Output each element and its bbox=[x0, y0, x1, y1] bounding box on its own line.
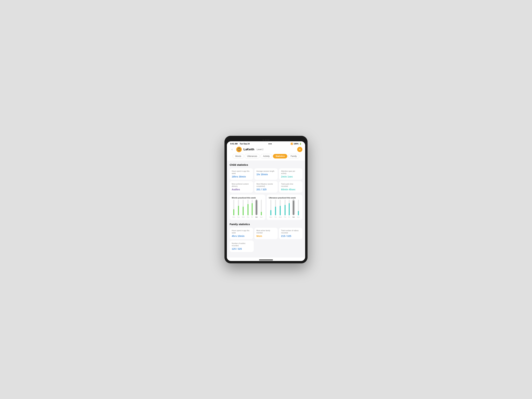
back-button[interactable]: ‹ bbox=[230, 147, 234, 152]
utt-bar-group-mon: Mon bbox=[269, 200, 272, 218]
bar-fill-tue bbox=[238, 206, 239, 215]
utt-bar-fill-sat bbox=[293, 201, 294, 215]
utt-bar-container-fri bbox=[289, 200, 290, 215]
ipad-device: 9:41 AM Tue Sep 24 ●●● 📶 100% 🔋 ‹ 🦁 LaKe… bbox=[224, 136, 308, 263]
utt-bar-fill-thu bbox=[285, 205, 285, 215]
device-top-bezel bbox=[227, 138, 305, 141]
stat-card-hours-app: Hours spent in app this week 18hrs 30min bbox=[230, 168, 253, 180]
stat-label-content: Most prefered content delivery bbox=[232, 183, 251, 187]
main-content: Child statistics Hours spent in app this… bbox=[227, 160, 305, 258]
utt-bar-fill-fri bbox=[289, 203, 290, 215]
camera-dots-group bbox=[265, 139, 269, 141]
utt-bar-group-sun: Sun bbox=[297, 200, 299, 218]
bar-container-mon bbox=[233, 200, 234, 215]
stat-card-avg-session: Average session length 1hr 20min bbox=[254, 168, 278, 180]
bar-container-sat bbox=[255, 200, 258, 215]
child-stats-title: Child statistics bbox=[230, 163, 302, 166]
tab-utterances[interactable]: Utterances bbox=[245, 154, 260, 158]
utt-bar-bg-fri bbox=[289, 200, 290, 215]
stat-value-word-mastery: 201 / 325 bbox=[256, 188, 276, 191]
bar-fill-wed bbox=[243, 207, 244, 215]
family-stats-row-1: Hours spent in app this week 4hrs 10min … bbox=[230, 228, 302, 239]
home-indicator bbox=[227, 258, 305, 261]
utt-bar-bg-wed bbox=[280, 200, 281, 215]
stat-value-hours: 18hrs 30min bbox=[232, 175, 251, 178]
bar-bg-wed bbox=[243, 200, 244, 215]
home-bar bbox=[259, 260, 273, 260]
stat-value-content: Audios bbox=[232, 188, 251, 191]
utt-bar-day-thu: Thu bbox=[284, 216, 286, 218]
family-stat-value-videos: 215 / 325 bbox=[281, 235, 300, 237]
stat-card-content-delivery: Most prefered content delivery Audios bbox=[230, 181, 253, 193]
utt-bar-bg-tue bbox=[275, 200, 276, 215]
stat-label-hours: Hours spent in app this week bbox=[232, 170, 251, 175]
utt-bar-container-sun bbox=[298, 200, 299, 215]
utt-bar-group-sat: Sat bbox=[292, 200, 295, 218]
utt-bar-fill-mon bbox=[270, 210, 271, 215]
utterance-chart-title: Utterance practiced this week bbox=[269, 197, 300, 199]
family-stat-value-hours: 4hrs 10min bbox=[232, 235, 251, 237]
tab-family[interactable]: Family bbox=[288, 154, 299, 158]
family-stats-row-2: Number of audios recorded 125 / 325 bbox=[230, 241, 302, 252]
utt-bar-container-thu bbox=[285, 200, 285, 215]
bar-day-thu: Thu bbox=[247, 216, 249, 218]
bar-container-tue bbox=[238, 200, 239, 215]
stat-value-attention: 2min 1sec bbox=[281, 175, 300, 178]
tab-words[interactable]: Words bbox=[233, 154, 244, 158]
status-right-icons: 📶 100% 🔋 bbox=[291, 143, 302, 145]
utt-bar-day-sat: Sat bbox=[292, 216, 295, 218]
bar-fill-thu bbox=[247, 204, 248, 215]
bar-container-thu bbox=[247, 200, 248, 215]
tab-bar: Words Utterances Activity Statistics Fam… bbox=[227, 154, 305, 160]
utt-bar-container-tue bbox=[275, 200, 276, 215]
bar-group-fri: Fri bbox=[251, 200, 253, 218]
utt-bar-day-sun: Sun bbox=[297, 216, 299, 218]
device-screen: 9:41 AM Tue Sep 24 ●●● 📶 100% 🔋 ‹ 🦁 LaKe… bbox=[227, 141, 305, 261]
bar-container-fri bbox=[252, 200, 253, 215]
battery-icon: 🔋 bbox=[299, 143, 302, 145]
utt-bar-bg-mon bbox=[270, 200, 271, 215]
status-center: ●●● bbox=[268, 143, 272, 145]
bar-day-sat: Sat bbox=[255, 216, 258, 218]
camera-dot bbox=[263, 139, 264, 141]
stat-card-word-mastery: Word Mastery (words completed) 201 / 325 bbox=[254, 181, 278, 193]
bar-bg-tue bbox=[238, 200, 239, 215]
utt-bar-day-mon: Mon bbox=[269, 216, 272, 218]
family-stat-value-member: Mom bbox=[256, 235, 276, 237]
utt-bar-day-fri: Fri bbox=[288, 216, 290, 218]
tab-statistics[interactable]: Statistics bbox=[273, 154, 287, 158]
words-chart-card: Words practiced this week Mon bbox=[230, 195, 265, 220]
family-stat-value-audios: 125 / 325 bbox=[232, 247, 252, 250]
utt-bar-group-fri: Fri bbox=[288, 200, 290, 218]
utterance-chart-area: Mon Tue bbox=[269, 201, 300, 218]
status-time: 9:41 AM Tue Sep 24 bbox=[230, 143, 250, 145]
family-stat-card-audios: Number of audios recorded 125 / 325 bbox=[230, 241, 254, 252]
tab-activity[interactable]: Activity bbox=[260, 154, 272, 158]
bar-fill-fri bbox=[252, 203, 253, 215]
child-stats-row-2: Most prefered content delivery Audios Wo… bbox=[230, 181, 302, 193]
add-button[interactable]: + bbox=[297, 147, 302, 152]
bar-bg-thu bbox=[247, 200, 248, 215]
stat-label-audio-time: Total audio time recorded bbox=[281, 183, 300, 187]
bar-day-fri: Fri bbox=[251, 216, 253, 218]
avatar: 🦁 bbox=[236, 147, 242, 152]
time-display: 9:41 AM bbox=[230, 143, 238, 145]
bar-day-mon: Mon bbox=[232, 216, 235, 218]
bar-group-sun: Sun bbox=[260, 200, 262, 218]
bar-container-sun bbox=[261, 200, 262, 215]
bar-fill-sat bbox=[256, 200, 257, 215]
camera-dot-3 bbox=[268, 139, 269, 141]
bar-group-thu: Thu bbox=[247, 200, 249, 218]
date-display: Tue Sep 24 bbox=[240, 143, 250, 145]
utt-bar-container-wed bbox=[280, 200, 281, 215]
stat-label-attention: Attention span per activity bbox=[281, 170, 300, 175]
stat-value-audio-time: 60min 45sec bbox=[281, 188, 300, 191]
stat-value-avg-session: 1hr 20min bbox=[256, 173, 276, 176]
avatar-emoji: 🦁 bbox=[237, 147, 241, 151]
utt-bar-group-wed: Wed bbox=[279, 200, 282, 218]
family-stat-label-member: Most active family member bbox=[256, 229, 276, 234]
status-bar: 9:41 AM Tue Sep 24 ●●● 📶 100% 🔋 bbox=[227, 141, 305, 146]
words-chart-title: Words practiced this week bbox=[232, 197, 263, 199]
utt-bar-fill-sun bbox=[298, 211, 299, 215]
utt-bar-bg-sun bbox=[298, 200, 299, 215]
